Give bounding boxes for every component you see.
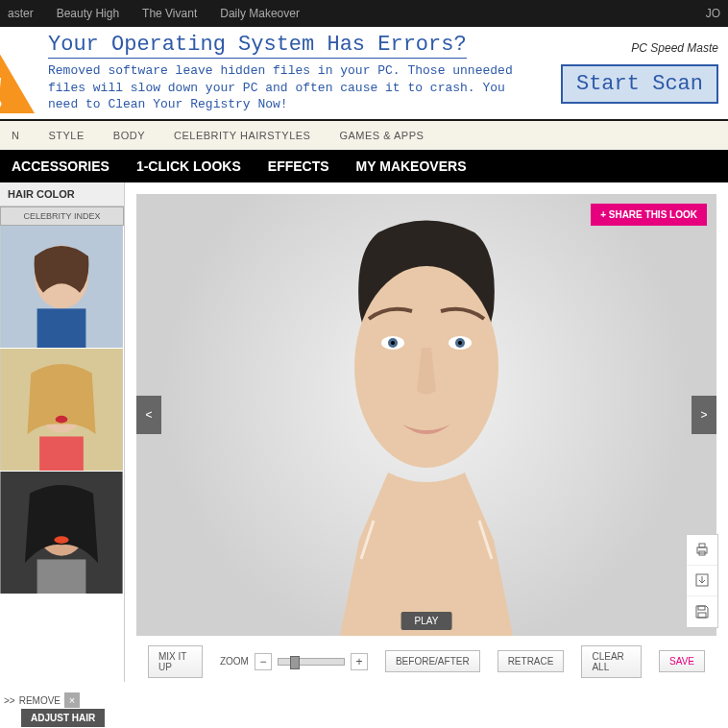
nav-item[interactable]: N: [12, 130, 19, 141]
zoom-out-button[interactable]: −: [255, 653, 272, 670]
ad-banner: ! Your Operating System Has Errors? Remo…: [0, 27, 728, 121]
network-link[interactable]: Daily Makeover: [220, 7, 300, 20]
tab-my-makeovers[interactable]: MY MAKEOVERS: [356, 158, 467, 174]
svg-rect-2: [37, 308, 86, 348]
tab-1click-looks[interactable]: 1-CLICK LOOKS: [136, 158, 241, 174]
exclamation-icon: !: [0, 67, 5, 118]
sidebar: HAIR COLOR CELEBRITY INDEX: [0, 182, 125, 682]
warning-icon: [0, 51, 35, 113]
start-scan-button[interactable]: Start Scan: [561, 64, 718, 104]
download-icon[interactable]: [687, 566, 717, 596]
top-network-bar: aster Beauty High The Vivant Daily Makeo…: [0, 0, 728, 27]
print-icon[interactable]: [687, 535, 717, 566]
next-arrow-button[interactable]: >: [692, 396, 716, 434]
model-face: [263, 194, 590, 636]
celebrity-index-tab[interactable]: CELEBRITY INDEX: [0, 206, 124, 226]
svg-rect-10: [37, 559, 86, 594]
prev-arrow-button[interactable]: <: [136, 396, 161, 434]
zoom-label: ZOOM: [220, 656, 249, 667]
svg-rect-19: [699, 544, 705, 547]
primary-nav: N STYLE BODY CELEBRITY HAIRSTYLES GAMES …: [0, 121, 728, 150]
svg-rect-6: [39, 436, 84, 471]
share-look-button[interactable]: + SHARE THIS LOOK: [591, 204, 707, 226]
clear-all-button[interactable]: CLEAR ALL: [581, 645, 642, 678]
save-button[interactable]: SAVE: [659, 650, 705, 672]
celebrity-thumb[interactable]: [0, 226, 123, 349]
save-disk-icon[interactable]: [687, 596, 717, 627]
zoom-slider[interactable]: [278, 658, 345, 666]
retrace-button[interactable]: RETRACE: [497, 650, 565, 672]
nav-item[interactable]: GAMES & APPS: [339, 130, 424, 141]
makeover-canvas[interactable]: + SHARE THIS LOOK < > PLAY: [136, 194, 716, 636]
zoom-handle[interactable]: [290, 656, 300, 669]
control-bar: MIX IT UP ZOOM − + BEFORE/AFTER RETRACE …: [136, 636, 716, 678]
secondary-nav: ACCESSORIES 1-CLICK LOOKS EFFECTS MY MAK…: [0, 150, 728, 182]
tool-column: [686, 534, 718, 628]
ad-title: Your Operating System Has Errors?: [48, 33, 467, 59]
topbar-right-text[interactable]: JO: [706, 7, 720, 20]
ad-source-label: PC Speed Maste: [631, 41, 718, 55]
mix-it-up-button[interactable]: MIX IT UP: [148, 645, 203, 678]
svg-point-9: [54, 536, 68, 544]
svg-point-5: [56, 415, 68, 423]
nav-item[interactable]: CELEBRITY HAIRSTYLES: [174, 130, 310, 141]
network-link[interactable]: The Vivant: [142, 7, 197, 20]
zoom-in-button[interactable]: +: [351, 653, 368, 670]
svg-rect-22: [698, 606, 705, 610]
sidebar-heading: HAIR COLOR: [0, 182, 124, 206]
network-link[interactable]: aster: [8, 7, 34, 20]
svg-point-17: [458, 341, 462, 345]
play-button[interactable]: PLAY: [401, 612, 452, 630]
canvas-area: + SHARE THIS LOOK < > PLAY MIX IT UP ZOO…: [125, 182, 728, 682]
celebrity-thumb[interactable]: [0, 349, 123, 472]
tab-effects[interactable]: EFFECTS: [268, 158, 329, 174]
before-after-button[interactable]: BEFORE/AFTER: [385, 650, 480, 672]
svg-rect-23: [698, 613, 706, 618]
svg-point-14: [391, 341, 395, 345]
nav-item[interactable]: BODY: [113, 130, 145, 141]
network-link[interactable]: Beauty High: [57, 7, 119, 20]
nav-item[interactable]: STYLE: [48, 130, 84, 141]
ad-body: Removed software leave hidden files in y…: [48, 62, 538, 113]
celebrity-thumb[interactable]: [0, 472, 123, 595]
tab-accessories[interactable]: ACCESSORIES: [12, 158, 109, 174]
